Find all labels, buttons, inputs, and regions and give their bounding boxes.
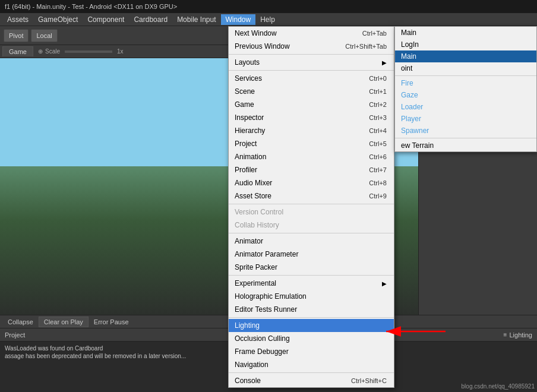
dd-profiler-shortcut: Ctrl+7 (369, 166, 387, 173)
hier-sep-1 (395, 75, 536, 76)
dd-game-shortcut: Ctrl+2 (369, 101, 387, 108)
dd-scene-shortcut: Ctrl+1 (369, 88, 387, 95)
dd-animator[interactable]: Animator (229, 235, 394, 248)
hier-terrain[interactable]: ew Terrain (395, 140, 536, 151)
title-bar: f1 (64bit) - Main.unity - Test - Android… (0, 0, 537, 13)
menu-assets[interactable]: Assets (2, 14, 33, 25)
hier-fire[interactable]: Fire (395, 77, 536, 89)
hier-oint[interactable]: oint (395, 62, 536, 74)
dd-holographic[interactable]: Holographic Emulation (229, 290, 394, 303)
tab-collapse[interactable]: Collapse (2, 317, 39, 327)
dd-lighting-label: Lighting (235, 321, 260, 330)
hier-gaze[interactable]: Gaze (395, 89, 536, 101)
dd-services-shortcut: Ctrl+0 (369, 75, 387, 82)
dd-game-label: Game (235, 100, 254, 109)
dd-animator-param-label: Animator Parameter (235, 250, 298, 258)
dd-services-label: Services (235, 74, 262, 83)
dd-sep-6 (229, 317, 394, 318)
menu-bar: Assets GameObject Component Cardboard Mo… (0, 13, 537, 26)
menu-mobile-input[interactable]: Mobile Input (172, 14, 220, 25)
dd-editor-tests[interactable]: Editor Tests Runner (229, 303, 394, 316)
dd-next-window[interactable]: Next Window Ctrl+Tab (229, 27, 394, 40)
dd-hierarchy-shortcut: Ctrl+4 (369, 127, 387, 134)
dd-profiler[interactable]: Profiler Ctrl+7 (229, 163, 394, 176)
dd-navigation-label: Navigation (235, 361, 268, 369)
dd-hierarchy[interactable]: Hierarchy Ctrl+4 (229, 124, 394, 137)
red-arrow-indicator (380, 325, 451, 337)
menu-component[interactable]: Component (83, 14, 129, 25)
dd-layouts[interactable]: Layouts ▶ (229, 56, 394, 69)
hier-login[interactable]: LogIn (395, 39, 536, 50)
dd-occlusion[interactable]: Occlusion Culling (229, 332, 394, 345)
dd-sep-1 (229, 54, 394, 55)
hier-spawner[interactable]: Spawner (395, 125, 536, 137)
dd-animation-label: Animation (235, 153, 266, 161)
lighting-title: Lighting (509, 331, 532, 339)
menu-cardboard[interactable]: Cardboard (129, 14, 172, 25)
dd-scene[interactable]: Scene Ctrl+1 (229, 85, 394, 98)
dd-audio-mixer-shortcut: Ctrl+8 (369, 179, 387, 186)
dd-experimental-arrow: ▶ (382, 280, 387, 287)
dd-asset-store-shortcut: Ctrl+9 (369, 192, 387, 200)
menu-gameobject[interactable]: GameObject (33, 14, 83, 25)
dd-sep-2 (229, 70, 394, 71)
dd-profiler-label: Profiler (235, 166, 257, 174)
dd-experimental-label: Experimental (235, 279, 276, 287)
dd-version-control: Version Control (229, 206, 394, 219)
local-button[interactable]: Local (31, 29, 57, 42)
dd-sprite-packer-label: Sprite Packer (235, 263, 277, 271)
lighting-icon: ≡ (504, 331, 507, 338)
dd-prev-window[interactable]: Previous Window Ctrl+Shift+Tab (229, 40, 394, 53)
tab-clear-on-play[interactable]: Clear on Play (39, 317, 89, 327)
dd-console-shortcut: Ctrl+Shift+C (351, 377, 387, 384)
tab-error-pause[interactable]: Error Pause (89, 317, 134, 327)
dd-editor-tests-label: Editor Tests Runner (235, 305, 297, 314)
dd-inspector[interactable]: Inspector Ctrl+3 (229, 111, 394, 124)
dd-console[interactable]: Console Ctrl+Shift+C (229, 374, 394, 387)
dd-animator-param[interactable]: Animator Parameter (229, 248, 394, 261)
dd-animation-shortcut: Ctrl+6 (369, 153, 387, 160)
hier-main-1[interactable]: Main (395, 27, 536, 39)
title-text: f1 (64bit) - Main.unity - Test - Android… (5, 3, 177, 10)
dd-audio-mixer[interactable]: Audio Mixer Ctrl+8 (229, 176, 394, 189)
dd-prev-window-shortcut: Ctrl+Shift+Tab (345, 43, 387, 50)
pivot-button[interactable]: Pivot (4, 29, 29, 42)
dd-next-window-label: Next Window (235, 29, 277, 37)
dd-layouts-label: Layouts (235, 58, 260, 67)
scale-icon: ⊕ (38, 48, 43, 55)
watermark: blog.csdn.net/qq_40985921 (462, 383, 535, 390)
dd-game[interactable]: Game Ctrl+2 (229, 98, 394, 111)
dd-occlusion-label: Occlusion Culling (235, 334, 290, 343)
dd-next-window-shortcut: Ctrl+Tab (362, 30, 387, 37)
hier-main-selected[interactable]: Main (395, 50, 536, 62)
dd-inspector-shortcut: Ctrl+3 (369, 114, 387, 121)
dd-sep-7 (229, 372, 394, 373)
dd-lighting[interactable]: Lighting (229, 319, 394, 332)
game-tab-label[interactable]: Game (2, 46, 33, 56)
dd-navigation[interactable]: Navigation (229, 358, 394, 371)
hier-player[interactable]: Player (395, 113, 536, 125)
dd-sep-5 (229, 275, 394, 276)
dd-sep-3 (229, 204, 394, 204)
hier-loader[interactable]: Loader (395, 101, 536, 113)
dd-sep-4 (229, 233, 394, 233)
dd-collab-history: Collab History (229, 219, 394, 232)
dd-sprite-packer[interactable]: Sprite Packer (229, 261, 394, 274)
dd-asset-store[interactable]: Asset Store Ctrl+9 (229, 189, 394, 203)
menu-help[interactable]: Help (255, 14, 280, 25)
project-title: Project (5, 331, 25, 339)
dd-frame-debugger[interactable]: Frame Debugger (229, 345, 394, 358)
scale-bar: ⊕ Scale 1x (33, 47, 128, 56)
scale-value: 1x (117, 48, 124, 55)
dd-frame-debugger-label: Frame Debugger (235, 347, 289, 356)
dd-project[interactable]: Project Ctrl+5 (229, 137, 394, 150)
dd-services[interactable]: Services Ctrl+0 (229, 72, 394, 85)
dd-animation[interactable]: Animation Ctrl+6 (229, 150, 394, 163)
dd-scene-label: Scene (235, 87, 255, 96)
dd-collab-history-label: Collab History (235, 221, 279, 229)
dd-prev-window-label: Previous Window (235, 42, 290, 50)
dd-experimental[interactable]: Experimental ▶ (229, 277, 394, 290)
hierarchy-submenu: Main LogIn Main oint Fire Gaze Loader Pl… (394, 26, 537, 152)
menu-window[interactable]: Window (221, 14, 256, 25)
dd-layouts-arrow: ▶ (382, 59, 387, 66)
